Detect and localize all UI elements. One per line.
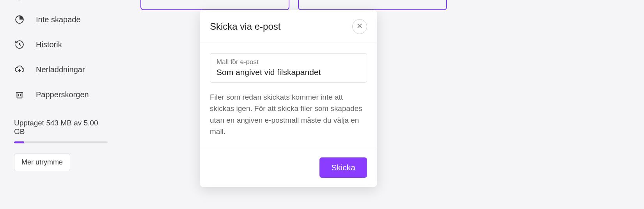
sidebar-item-label: Alla filer — [36, 0, 64, 1]
modal-close-button[interactable] — [352, 19, 367, 34]
email-template-select[interactable]: Mall för e-post Som angivet vid filskapa… — [210, 53, 367, 83]
pie-slice-icon — [14, 14, 25, 25]
close-icon — [357, 23, 362, 30]
sidebar-item-history[interactable]: Historik — [0, 32, 125, 57]
sidebar-item-label: Historik — [36, 40, 62, 49]
sidebar-item-label: Inte skapade — [36, 15, 81, 24]
modal-title: Skicka via e-post — [210, 21, 280, 32]
background-card-left — [140, 0, 289, 10]
background-card-right — [298, 0, 447, 10]
send-email-modal: Skicka via e-post Mall för e-post Som an… — [200, 10, 377, 187]
sidebar-item-trash[interactable]: Papperskorgen — [0, 82, 125, 107]
modal-header: Skicka via e-post — [200, 10, 377, 43]
sidebar: Alla filer Inte skapade Historik Nerladd… — [0, 0, 125, 171]
storage-fill — [14, 141, 24, 143]
sidebar-item-downloads[interactable]: Nerladdningar — [0, 57, 125, 82]
storage-usage-text: Upptaget 543 MB av 5.00 GB — [14, 119, 111, 136]
storage-bar — [14, 141, 108, 143]
clock-icon — [14, 0, 25, 2]
sidebar-item-all-files[interactable]: Alla filer — [0, 0, 125, 7]
history-icon — [14, 39, 25, 50]
trash-icon — [14, 89, 25, 100]
select-label: Mall för e-post — [216, 58, 360, 66]
modal-help-text: Filer som redan skickats kommer inte att… — [210, 91, 367, 138]
send-button[interactable]: Skicka — [319, 157, 367, 178]
select-value: Som angivet vid filskapandet — [216, 68, 360, 77]
sidebar-item-label: Papperskorgen — [36, 90, 89, 99]
sidebar-item-label: Nerladdningar — [36, 65, 85, 74]
modal-footer: Skicka — [200, 148, 377, 187]
download-cloud-icon — [14, 64, 25, 75]
sidebar-item-not-created[interactable]: Inte skapade — [0, 7, 125, 32]
modal-body: Mall för e-post Som angivet vid filskapa… — [200, 43, 377, 148]
more-space-button[interactable]: Mer utrymme — [14, 154, 70, 171]
storage-section: Upptaget 543 MB av 5.00 GB Mer utrymme — [0, 107, 125, 171]
